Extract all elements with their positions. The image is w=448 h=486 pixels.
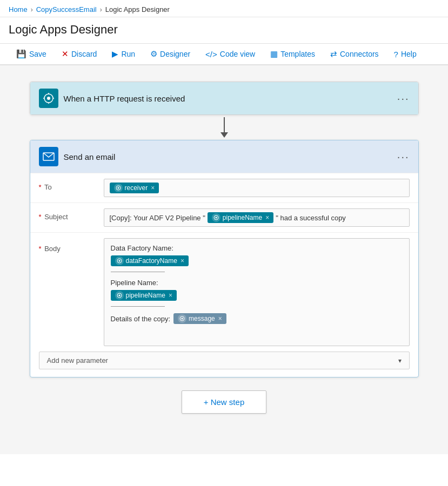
breadcrumb-copy-success[interactable]: CopySuccessEmail [36,5,97,14]
data-factory-token: dataFactoryName × [111,255,189,266]
breadcrumb-sep2: › [100,6,102,14]
svg-point-14 [118,295,120,296]
subject-token-icon [212,213,220,222]
body-pipeline-inline: pipelineName × [111,290,403,301]
body-details-section: Details of the copy: message × [111,313,403,324]
breadcrumb-sep1: › [31,6,33,14]
to-input[interactable]: receiver × [104,179,410,197]
subject-prefix: [Copy]: Your ADF V2 Pipeline " [110,214,205,222]
discard-icon: ✕ [62,49,69,59]
svg-point-1 [47,97,50,100]
add-param-button[interactable]: Add new parameter ▾ [39,352,410,369]
body-field-row: * Body Data Factory Name: [30,232,418,352]
data-factory-token-remove[interactable]: × [180,257,184,265]
arrow-down [220,117,228,138]
data-factory-token-icon [115,256,124,265]
message-token: message × [173,313,226,324]
subject-token-remove[interactable]: × [265,214,269,221]
trigger-step-title: When a HTTP request is received [64,94,185,103]
svg-point-8 [117,187,119,189]
body-pipeline-label: Pipeline Name: [111,279,403,287]
subject-input[interactable]: [Copy]: Your ADF V2 Pipeline " pipelineN… [104,208,410,227]
arrow-head [220,132,228,138]
templates-button[interactable]: ▦ Templates [263,44,323,65]
run-icon: ▶ [112,49,118,59]
subject-field-row: * Subject [Copy]: Your ADF V2 Pipeline "… [30,202,418,232]
email-step-menu[interactable]: ··· [397,151,410,163]
email-step-card: Send an email ··· * To receiver [30,140,419,377]
message-token-remove[interactable]: × [218,315,222,322]
code-view-button[interactable]: </> Code view [198,44,263,65]
email-step-icon [39,147,58,166]
breadcrumb-current: Logic Apps Designer [105,5,170,14]
breadcrumb: Home › CopySuccessEmail › Logic Apps Des… [0,0,448,17]
trigger-step-card: When a HTTP request is received ··· [30,82,419,115]
canvas: When a HTTP request is received ··· Send… [0,65,448,454]
subject-label: * Subject [39,208,104,221]
body-details-inline: Details of the copy: message × [111,313,403,324]
to-field-row: * To receiver × [30,173,418,202]
designer-icon: ⚙ [150,49,157,59]
body-data-factory-label: Data Factory Name: [111,244,403,252]
save-button[interactable]: 💾 Save [9,44,54,65]
pipeline-token: pipelineName × [111,290,177,301]
body-label: * Body [39,238,104,253]
to-label: * To [39,179,104,191]
email-step-header[interactable]: Send an email ··· [30,140,418,173]
chevron-down-icon: ▾ [398,357,402,364]
message-token-icon [178,314,186,323]
toolbar: 💾 Save ✕ Discard ▶ Run ⚙ Designer </> Co… [0,44,448,65]
email-header-left: Send an email [39,147,116,166]
trigger-step-header[interactable]: When a HTTP request is received ··· [30,82,418,114]
connectors-icon: ⇄ [330,49,337,59]
to-token-icon [114,184,123,192]
subject-token: pipelineName × [208,212,273,223]
trigger-header-left: When a HTTP request is received [39,89,185,108]
body-input[interactable]: Data Factory Name: dataFactoryName × [104,238,410,346]
body-divider-2 [111,306,165,307]
pipeline-token-icon [115,291,124,300]
help-icon: ? [394,50,398,59]
discard-button[interactable]: ✕ Discard [54,44,104,65]
body-data-factory-section: Data Factory Name: dataFactoryName × [111,244,403,272]
svg-point-12 [118,260,120,262]
email-step-title: Send an email [64,152,116,161]
new-step-container: + New step [182,390,266,414]
code-icon: </> [205,50,217,59]
svg-point-16 [182,318,183,320]
body-pipeline-section: Pipeline Name: pipelineName × [111,279,403,307]
to-token-remove[interactable]: × [151,184,155,192]
trigger-step-icon [39,89,58,108]
body-details-label: Details of the copy: [111,315,171,323]
designer-button[interactable]: ⚙ Designer [143,44,198,65]
new-step-button[interactable]: + New step [182,390,266,414]
arrow-line [224,117,225,132]
save-icon: 💾 [16,49,26,59]
pipeline-token-remove[interactable]: × [169,292,172,299]
trigger-step-menu[interactable]: ··· [397,92,410,105]
templates-icon: ▦ [270,49,278,59]
to-token: receiver × [110,183,159,193]
subject-suffix: " had a sucessful copy [276,214,346,222]
body-divider-1 [111,272,165,272]
breadcrumb-home[interactable]: Home [9,5,28,14]
help-button[interactable]: ? Help [386,44,424,65]
body-data-factory-inline: dataFactoryName × [111,255,403,266]
run-button[interactable]: ▶ Run [104,44,143,65]
connectors-button[interactable]: ⇄ Connectors [323,44,386,65]
svg-point-10 [215,217,217,219]
page-title: Logic Apps Designer [0,17,448,44]
